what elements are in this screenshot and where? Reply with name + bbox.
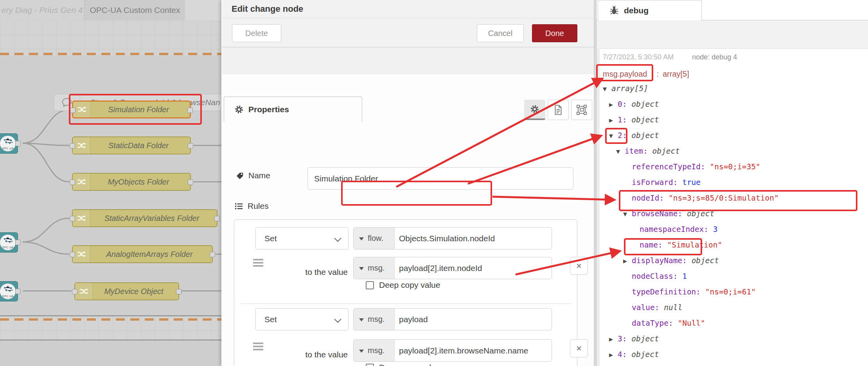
cancel-button[interactable]: Cancel — [477, 24, 524, 42]
debug-tree-row: dataType: "Null" — [597, 316, 868, 331]
node-label: AnalogItemArrays Folder — [90, 246, 209, 262]
rule2-value-type-button[interactable]: msg. — [354, 340, 395, 361]
rule1-value-input[interactable]: msg. payload[2].item.nodeId — [353, 257, 552, 279]
delete-button[interactable]: Delete — [232, 24, 281, 42]
dialog-title: Edit change node — [232, 4, 303, 14]
debug-tree-row: ▼2: object — [597, 128, 868, 144]
caret-down-icon[interactable]: ▼ — [609, 128, 613, 144]
change-node-simulation-folder[interactable]: Simulation Folder — [72, 100, 191, 118]
tab-properties[interactable]: Properties — [224, 97, 362, 122]
rule2-target-input[interactable]: msg. payload — [353, 308, 552, 330]
opcua-browser-node[interactable]: OPC UA — [0, 281, 18, 301]
debug-key[interactable]: 1: — [618, 115, 631, 124]
caret-down-icon[interactable]: ▼ — [603, 81, 607, 97]
input-port[interactable] — [70, 179, 75, 185]
output-port[interactable] — [176, 289, 182, 294]
rule2-drag-handle[interactable] — [253, 343, 263, 350]
input-port[interactable] — [70, 143, 75, 149]
properties-icon-button[interactable] — [524, 100, 545, 120]
rule1-deep-copy-checkbox[interactable] — [366, 281, 374, 289]
change-node-myobjects-folder[interactable]: MyObjects Folder — [72, 173, 191, 191]
debug-key[interactable]: value: — [632, 303, 664, 312]
debug-key[interactable]: isForward: — [632, 178, 682, 187]
caret-right-icon[interactable]: ▶ — [609, 347, 613, 363]
debug-tree-row: nodeId: "ns=3;s=85/0:Simulation" — [597, 190, 868, 206]
input-port[interactable] — [70, 108, 75, 113]
properties-tab-label: Properties — [248, 105, 289, 114]
input-port[interactable] — [70, 216, 75, 221]
caret-right-icon[interactable]: ▶ — [623, 253, 627, 269]
dropdown-triangle-icon — [359, 267, 364, 270]
debug-key[interactable]: referenceTypeId: — [632, 162, 710, 171]
rule2-target-type-button[interactable]: msg. — [354, 309, 395, 330]
caret-down-icon[interactable]: ▼ — [616, 144, 620, 160]
change-node-staticdata-folder[interactable]: StaticData Folder — [72, 136, 191, 154]
output-port[interactable] — [15, 141, 21, 146]
appearance-button[interactable] — [571, 100, 592, 120]
rule1-target-type-button[interactable]: flow. — [354, 228, 395, 249]
opcua-icon: OPC UA — [0, 235, 16, 250]
debug-tree-row: ▶1: object — [597, 112, 868, 128]
change-node-analogitemarrays-folder[interactable]: AnalogItemArrays Folder — [72, 245, 213, 263]
description-button[interactable] — [548, 100, 569, 120]
output-port[interactable] — [187, 108, 193, 113]
debug-value: 1 — [682, 272, 687, 281]
opcua-icon: OPC UA — [0, 136, 16, 151]
opcua-browser-node[interactable]: OPC UA — [0, 133, 18, 154]
rule2-deep-copy-checkbox[interactable] — [366, 364, 374, 366]
rule1-target-input[interactable]: flow. Objects.Simulation.nodeId — [353, 227, 552, 249]
output-port[interactable] — [214, 216, 220, 221]
debug-key[interactable]: name: — [640, 240, 667, 249]
rules-list: Set flow. Objects.Simulation.nodeId to t… — [234, 219, 577, 366]
rule1-action-select[interactable]: Set — [255, 227, 349, 249]
output-port[interactable] — [188, 143, 193, 149]
debug-key[interactable]: 0: — [618, 100, 631, 109]
output-port[interactable] — [188, 179, 193, 185]
name-input[interactable]: Simulation Folder — [307, 167, 573, 190]
output-port[interactable] — [210, 252, 215, 257]
tab-debug[interactable]: debug — [598, 0, 702, 20]
chevron-down-icon — [334, 235, 341, 242]
debug-key[interactable]: 3: — [618, 334, 631, 343]
debug-key[interactable]: item: — [625, 147, 652, 156]
bug-icon — [609, 5, 619, 16]
debug-key[interactable]: nodeClass: — [632, 272, 682, 281]
output-port[interactable] — [15, 289, 21, 294]
debug-key[interactable]: nodeId: — [632, 194, 669, 203]
debug-value: object — [631, 131, 659, 140]
flow-tab-battery-diag[interactable]: ery Diag - Prius Gen 4 — [0, 0, 85, 20]
caret-right-icon[interactable]: ▶ — [609, 113, 613, 128]
rule1-drag-handle[interactable] — [253, 259, 263, 267]
debug-key[interactable]: namespaceIndex: — [640, 225, 713, 234]
debug-key[interactable]: displayName: — [632, 256, 692, 265]
rule1-value-type-button[interactable]: msg. — [354, 257, 395, 279]
debug-sidebar: debug 7/27/2023, 5:30:50 AM node: debug … — [596, 0, 868, 366]
debug-key[interactable]: 2: — [618, 131, 631, 140]
rule2-remove-button[interactable]: × — [570, 339, 588, 357]
debug-key[interactable]: dataType: — [632, 319, 678, 328]
flow-canvas[interactable]: Store & Parse nodeId & browseNan Simulat… — [0, 21, 221, 366]
opcua-browser-node[interactable]: OPC UA — [0, 232, 18, 253]
debug-key[interactable]: typeDefinition: — [632, 287, 705, 296]
debug-key[interactable]: 4: — [618, 350, 631, 359]
output-port[interactable] — [15, 240, 21, 245]
debug-key[interactable]: browseName: — [632, 209, 687, 218]
rule2-action-select[interactable]: Set — [255, 308, 349, 330]
change-node-mydevice-object[interactable]: MyDevice Object — [74, 282, 179, 300]
tag-icon — [235, 171, 244, 180]
dropdown-triangle-icon — [359, 318, 364, 321]
caret-down-icon[interactable]: ▼ — [623, 206, 627, 222]
debug-value: "ns=0;i=61" — [705, 287, 756, 296]
flow-tab-opcua-custom[interactable]: OPC-UA Custom Contex — [85, 0, 185, 20]
rule1-remove-button[interactable]: × — [570, 257, 588, 275]
debug-value: object — [687, 209, 714, 218]
caret-right-icon[interactable]: ▶ — [609, 97, 613, 113]
rule2-value-input[interactable]: msg. payload[2].item.browseName.name — [353, 339, 552, 362]
debug-value: object — [631, 115, 659, 124]
input-port[interactable] — [72, 289, 77, 294]
input-port[interactable] — [70, 252, 75, 257]
done-button[interactable]: Done — [532, 24, 577, 42]
change-node-staticarrayvariables-folder[interactable]: StaticArrayVariables Folder — [72, 209, 217, 227]
rule1-deep-copy: Deep copy value — [366, 280, 440, 290]
caret-right-icon[interactable]: ▶ — [609, 332, 613, 347]
